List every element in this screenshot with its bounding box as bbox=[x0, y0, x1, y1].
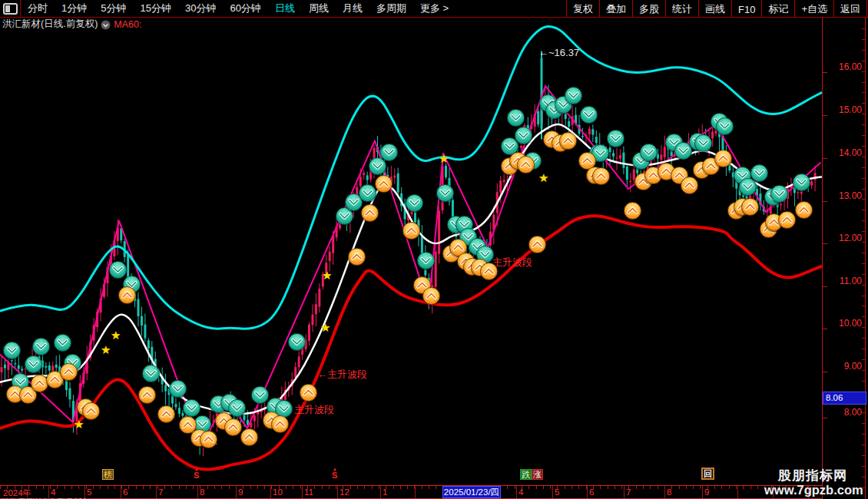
price-axis-label: 16.00 bbox=[839, 61, 862, 72]
time-tick bbox=[322, 486, 323, 489]
chart-canvas[interactable] bbox=[0, 0, 868, 499]
time-tick bbox=[143, 486, 144, 489]
price-minor-tick bbox=[862, 220, 865, 221]
price-axis-label: 14.00 bbox=[839, 147, 862, 158]
price-axis-line bbox=[822, 18, 823, 499]
price-minor-tick bbox=[862, 274, 865, 275]
chart-header: 洪汇新材(日线.前复权) MA60: bbox=[2, 18, 141, 30]
time-tick bbox=[565, 486, 565, 489]
plot-area bbox=[0, 26, 821, 469]
month-separator bbox=[84, 486, 85, 498]
time-tick bbox=[600, 486, 601, 489]
month-separator bbox=[664, 486, 665, 498]
time-tick bbox=[114, 486, 115, 489]
time-axis-label: 1 bbox=[383, 487, 387, 497]
time-axis-label: 11 bbox=[304, 487, 313, 497]
time-tick bbox=[436, 486, 436, 489]
price-minor-tick bbox=[862, 477, 865, 478]
price-minor-tick bbox=[862, 71, 865, 72]
time-tick bbox=[571, 486, 572, 489]
time-tick bbox=[179, 486, 180, 489]
month-separator bbox=[337, 486, 338, 498]
time-tick bbox=[364, 486, 365, 489]
time-tick bbox=[407, 486, 408, 489]
time-tick bbox=[293, 486, 293, 489]
bottom-marker-S: ▲S bbox=[332, 468, 337, 480]
time-axis-label: 10 bbox=[273, 487, 283, 497]
time-tick bbox=[43, 486, 44, 489]
last-price-badge: 8.06 bbox=[823, 392, 866, 405]
price-tick bbox=[823, 286, 827, 287]
chart-annotation: ←主升波段 bbox=[482, 256, 532, 269]
price-minor-tick bbox=[862, 210, 865, 210]
time-tick bbox=[250, 486, 251, 489]
price-minor-tick bbox=[862, 444, 865, 445]
time-tick bbox=[714, 486, 715, 489]
price-minor-tick bbox=[862, 39, 865, 40]
price-minor-tick bbox=[862, 263, 865, 264]
time-tick bbox=[543, 486, 544, 489]
time-tick bbox=[621, 486, 622, 489]
price-minor-tick bbox=[862, 178, 865, 179]
price-minor-tick bbox=[862, 28, 865, 29]
time-tick bbox=[750, 486, 751, 489]
time-tick bbox=[550, 486, 551, 489]
time-axis: 2024年45678910111214567892025/01/23/四 bbox=[0, 485, 822, 499]
price-minor-tick bbox=[862, 114, 865, 114]
time-tick bbox=[71, 486, 72, 489]
time-tick bbox=[679, 486, 680, 489]
time-axis-label: 5 bbox=[555, 487, 559, 497]
time-tick bbox=[422, 486, 422, 489]
bottom-marker-跌: 跌 bbox=[520, 469, 532, 480]
price-axis-label: 8.00 bbox=[844, 407, 862, 418]
time-axis-label: 4 bbox=[518, 487, 523, 497]
time-tick bbox=[743, 486, 744, 489]
time-tick bbox=[229, 486, 230, 489]
price-minor-tick bbox=[862, 296, 865, 296]
chart-annotation: ←~16.37 bbox=[538, 47, 579, 58]
time-tick bbox=[300, 486, 301, 489]
month-separator bbox=[302, 486, 303, 498]
price-tick bbox=[823, 243, 827, 244]
time-tick bbox=[36, 486, 37, 489]
time-tick bbox=[193, 486, 194, 489]
time-tick bbox=[286, 486, 287, 489]
time-tick bbox=[164, 486, 165, 489]
time-tick bbox=[615, 486, 615, 489]
time-tick bbox=[57, 486, 58, 489]
ma60-line bbox=[0, 124, 821, 414]
price-tick bbox=[823, 158, 827, 159]
time-tick bbox=[171, 486, 172, 489]
price-axis-label: 15.00 bbox=[839, 104, 862, 115]
month-separator bbox=[516, 486, 517, 498]
price-minor-tick bbox=[862, 423, 865, 424]
price-tick bbox=[823, 72, 827, 73]
time-tick bbox=[93, 486, 94, 489]
price-minor-tick bbox=[862, 327, 865, 328]
time-axis-label: 2024年 bbox=[3, 487, 31, 499]
time-axis-label: 5 bbox=[87, 487, 91, 497]
time-tick bbox=[658, 486, 658, 489]
price-minor-tick bbox=[862, 381, 865, 382]
time-axis-label: 9 bbox=[238, 487, 243, 497]
month-separator bbox=[156, 486, 157, 498]
time-tick bbox=[136, 486, 137, 489]
time-tick bbox=[429, 486, 429, 489]
price-axis-label: 10.00 bbox=[839, 318, 862, 329]
time-tick bbox=[357, 486, 358, 489]
price-minor-tick bbox=[862, 466, 865, 467]
month-separator bbox=[702, 486, 703, 498]
bottom-marker-涨: 涨 bbox=[532, 469, 543, 480]
price-axis-label: 9.00 bbox=[844, 361, 862, 372]
price-minor-tick bbox=[862, 103, 865, 104]
time-tick bbox=[643, 486, 644, 489]
time-axis-label: 12 bbox=[340, 487, 350, 497]
time-tick bbox=[221, 486, 222, 489]
price-minor-tick bbox=[862, 189, 865, 190]
month-separator bbox=[48, 486, 49, 498]
chevron-down-icon[interactable] bbox=[101, 19, 111, 29]
time-tick bbox=[693, 486, 694, 489]
time-tick bbox=[700, 486, 701, 489]
time-tick bbox=[507, 486, 508, 489]
time-tick bbox=[314, 486, 315, 489]
